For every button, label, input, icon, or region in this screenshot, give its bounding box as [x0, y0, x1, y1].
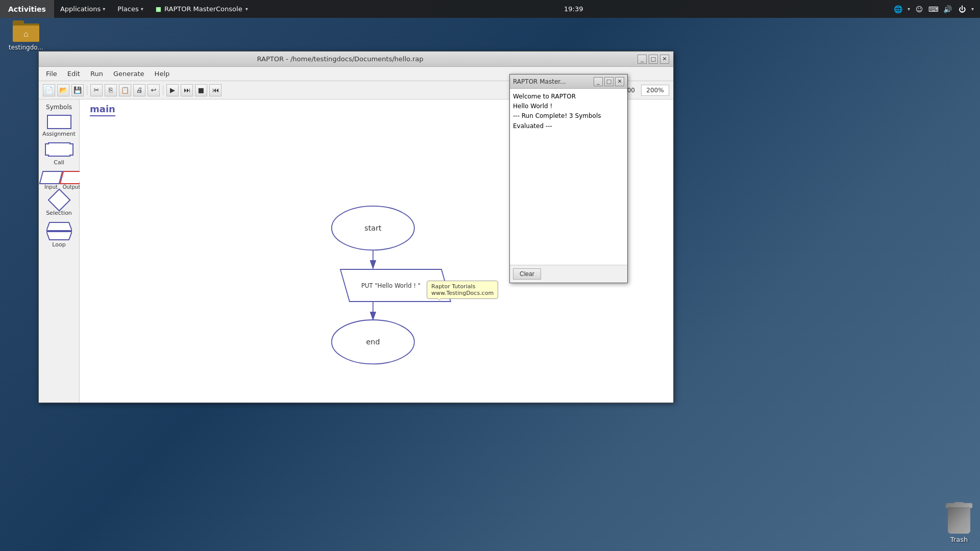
- console-minimize-button[interactable]: _: [594, 77, 603, 86]
- toolbar-save-button[interactable]: 💾: [71, 84, 84, 96]
- home-icon: ⌂: [23, 29, 29, 39]
- toolbar-copy-button[interactable]: ⎘: [105, 84, 117, 96]
- svg-text:end: end: [366, 338, 380, 346]
- raptor-minimize-button[interactable]: _: [638, 55, 647, 64]
- trash-icon[interactable]: Trash: [946, 502, 972, 543]
- network-icon[interactable]: 🌐: [893, 4, 903, 14]
- symbol-assignment[interactable]: Assignment: [41, 115, 77, 137]
- trash-label: Trash: [950, 536, 968, 543]
- taskbar-raptor-button[interactable]: ■ RAPTOR MasterConsole ▾: [150, 0, 254, 18]
- raptor-close-button[interactable]: ✕: [660, 55, 669, 64]
- tooltip-bubble: Raptor Tutorials www.TestingDocs.com: [427, 281, 498, 299]
- console-output: Welcome to RAPTOR Hello World ! --- Run …: [510, 89, 627, 265]
- toolbar-play-button[interactable]: ▶: [166, 84, 179, 96]
- symbol-selection[interactable]: Selection: [41, 192, 77, 216]
- console-title: RAPTOR Master...: [513, 78, 594, 85]
- console-line-1: Welcome to RAPTOR: [513, 92, 624, 102]
- places-chevron-icon: ▾: [141, 6, 143, 12]
- trash-body: [948, 507, 970, 534]
- symbols-panel-title: Symbols: [41, 104, 77, 111]
- console-maximize-button[interactable]: □: [604, 77, 614, 86]
- accessibility-icon[interactable]: ☺: [914, 4, 924, 14]
- trash-visual: [946, 502, 972, 534]
- raptor-taskbar-icon: ■: [156, 6, 161, 13]
- toolbar-cut-button[interactable]: ✂: [90, 84, 103, 96]
- menu-file[interactable]: File: [41, 68, 62, 80]
- folder-label: testingdo...: [9, 44, 43, 51]
- power-icon[interactable]: ⏻: [957, 4, 967, 14]
- svg-marker-1: [46, 232, 72, 240]
- toolbar-print-button[interactable]: 🖨: [133, 84, 145, 96]
- symbols-panel: Symbols Assignment Call: [39, 99, 80, 403]
- svg-marker-0: [46, 222, 72, 231]
- tooltip-line2: www.TestingDocs.com: [431, 290, 494, 296]
- raptor-chevron-icon: ▾: [246, 6, 248, 12]
- menu-generate[interactable]: Generate: [108, 68, 150, 80]
- io-symbols-row: Input Output: [41, 171, 77, 190]
- console-window: RAPTOR Master... _ □ ✕ Welcome to RAPTOR…: [509, 74, 628, 283]
- raptor-window-title: RAPTOR - /home/testingdocs/Documents/hel…: [43, 55, 638, 63]
- toolbar-step-button[interactable]: ⏭: [181, 84, 193, 96]
- symbol-loop[interactable]: Loop: [41, 221, 77, 248]
- call-symbol-label: Call: [54, 159, 64, 166]
- symbol-output[interactable]: Output: [61, 171, 82, 190]
- console-close-button[interactable]: ✕: [615, 77, 624, 86]
- menu-edit[interactable]: Edit: [62, 68, 85, 80]
- input-symbol-label: Input: [44, 184, 58, 190]
- raptor-maximize-button[interactable]: □: [649, 55, 658, 64]
- svg-text:PUT "Hello World ! ": PUT "Hello World ! ": [361, 282, 421, 289]
- console-footer: Clear: [510, 265, 627, 283]
- desktop: Activities Applications ▾ Places ▾ ■ RAP…: [0, 0, 980, 551]
- console-line-3: --- Run Complete! 3 Symbols Evaluated --…: [513, 111, 624, 131]
- volume-icon[interactable]: 🔊: [943, 4, 953, 14]
- toolbar-new-button[interactable]: 📄: [43, 84, 55, 96]
- taskbar-applications-button[interactable]: Applications ▾: [54, 0, 111, 18]
- tooltip-line1: Raptor Tutorials: [431, 283, 494, 290]
- keyboard-icon[interactable]: ⌨: [928, 4, 939, 14]
- toolbar-end-button[interactable]: ⏮: [209, 84, 222, 96]
- loop-symbol-icon: [46, 221, 72, 240]
- console-controls: _ □ ✕: [594, 77, 624, 86]
- console-titlebar: RAPTOR Master... _ □ ✕: [510, 74, 627, 89]
- applications-chevron-icon: ▾: [103, 6, 105, 12]
- folder-icon: ⌂: [13, 20, 39, 42]
- svg-text:start: start: [364, 224, 382, 232]
- assignment-symbol-label: Assignment: [42, 131, 76, 137]
- menu-help[interactable]: Help: [150, 68, 175, 80]
- symbol-input[interactable]: Input: [41, 171, 61, 190]
- menu-run[interactable]: Run: [85, 68, 108, 80]
- toolbar-undo-button[interactable]: ↩: [148, 84, 160, 96]
- raptor-window-controls: _ □ ✕: [638, 55, 669, 64]
- output-symbol-label: Output: [63, 184, 81, 190]
- desktop-folder[interactable]: ⌂ testingdo...: [8, 20, 44, 51]
- console-clear-button[interactable]: Clear: [513, 268, 541, 280]
- taskbar-activities-button[interactable]: Activities: [0, 0, 54, 18]
- zoom-value-box[interactable]: 200%: [641, 85, 669, 96]
- toolbar-separator-2: [163, 85, 163, 95]
- raptor-titlebar: RAPTOR - /home/testingdocs/Documents/hel…: [39, 52, 673, 67]
- power-chevron-icon: ▾: [971, 6, 974, 12]
- taskbar: Activities Applications ▾ Places ▾ ■ RAP…: [0, 0, 980, 18]
- toolbar-paste-button[interactable]: 📋: [119, 84, 131, 96]
- taskbar-right-icons: 🌐 ▾ ☺ ⌨ 🔊 ⏻ ▾: [893, 4, 980, 14]
- network-chevron-icon: ▾: [908, 6, 910, 12]
- toolbar-stop-button[interactable]: ■: [195, 84, 207, 96]
- taskbar-clock: 19:39: [254, 5, 893, 13]
- taskbar-places-button[interactable]: Places ▾: [111, 0, 149, 18]
- console-line-2: Hello World !: [513, 102, 624, 111]
- loop-symbol-label: Loop: [52, 241, 65, 248]
- toolbar-separator-1: [87, 85, 87, 95]
- symbol-call[interactable]: Call: [41, 142, 77, 166]
- selection-symbol-icon: [46, 192, 72, 208]
- assignment-symbol-icon: [47, 115, 71, 129]
- toolbar-open-button[interactable]: 📂: [57, 84, 69, 96]
